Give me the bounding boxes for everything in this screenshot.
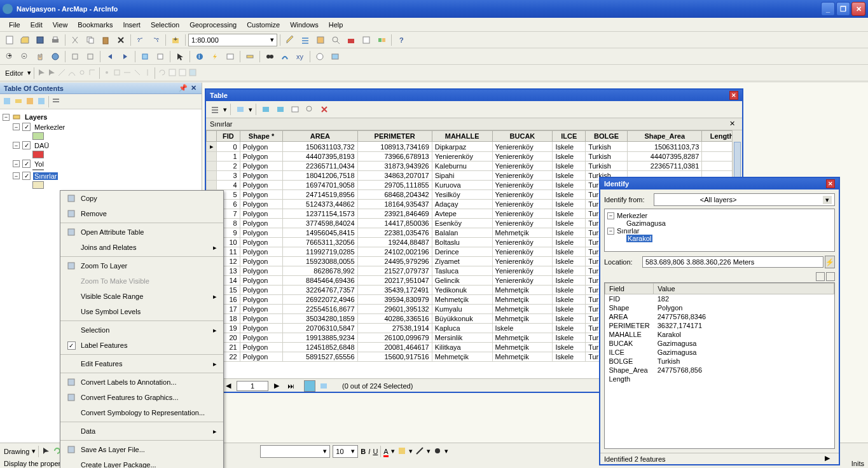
prev-record-button[interactable]: ◀ [223, 380, 234, 392]
zoom-selected-button[interactable] [303, 103, 316, 116]
scale-combo[interactable]: 1:80.000 ▾ [188, 34, 277, 46]
maximize-button[interactable]: ❐ [836, 2, 850, 16]
identify-from-combo[interactable]: <All layers> ▾ [654, 193, 835, 206]
location-flash-button[interactable]: ⚡ [825, 256, 835, 268]
redo-button[interactable] [149, 33, 163, 47]
toc-button[interactable] [298, 33, 312, 47]
list-by-visibility-button[interactable] [25, 97, 34, 107]
create-viewer-button[interactable] [328, 50, 342, 64]
hyperlink-button[interactable] [208, 50, 222, 64]
add-data-button[interactable]: + [169, 33, 183, 47]
expand-icon[interactable]: − [3, 114, 10, 121]
identify-button[interactable]: i [193, 50, 207, 64]
create-features-button[interactable] [188, 68, 197, 78]
find-button[interactable] [263, 50, 277, 64]
pan-button[interactable] [33, 50, 47, 64]
save-button[interactable] [33, 33, 47, 47]
catalog-button[interactable] [313, 33, 327, 47]
model-button[interactable] [375, 33, 389, 47]
switch-selection-button[interactable] [274, 103, 287, 116]
delete-selected-button[interactable] [318, 103, 331, 116]
context-menu-item[interactable]: Convert Symbology to Representation... [60, 405, 223, 420]
menu-insert[interactable]: Insert [118, 19, 146, 31]
full-extent-button[interactable] [48, 50, 62, 64]
copy-button[interactable] [83, 33, 97, 47]
expand-icon[interactable]: − [13, 142, 20, 149]
clear-selection-button[interactable] [289, 103, 301, 116]
context-menu-item[interactable]: Use Symbol Levels [60, 304, 223, 319]
size-combo[interactable]: 10 ▾ [333, 445, 358, 458]
goto-xy-button[interactable]: xy [293, 50, 307, 64]
straight-segment-button[interactable] [57, 68, 66, 78]
menu-customize[interactable]: Customize [242, 19, 285, 31]
close-icon[interactable]: ✕ [189, 84, 198, 93]
context-menu-item[interactable]: Zoom To Layer [60, 258, 223, 273]
list-by-drawing-button[interactable] [3, 97, 11, 107]
layer-merkezler[interactable]: Merkezler [33, 123, 66, 131]
last-record-button[interactable]: ⏭ [285, 380, 296, 392]
editor-toolbar-button[interactable] [283, 33, 297, 47]
measure-button[interactable] [243, 50, 257, 64]
font-combo[interactable]: ▾ [260, 445, 330, 458]
right-angle-button[interactable] [88, 68, 97, 78]
collapse-all-button[interactable] [826, 272, 835, 281]
checkbox[interactable]: ✓ [22, 141, 31, 149]
checkbox[interactable]: ✓ [22, 160, 31, 168]
sketch-props-button[interactable] [178, 68, 187, 78]
context-menu-item[interactable]: Convert Labels to Annotation... [60, 375, 223, 390]
line-color-button[interactable] [415, 446, 424, 457]
minimize-button[interactable]: _ [821, 2, 835, 16]
menu-geoprocessing[interactable]: Geoprocessing [184, 19, 242, 31]
time-slider-button[interactable] [313, 50, 327, 64]
layers-root[interactable]: Layers [24, 113, 48, 121]
marker-color-button[interactable] [433, 446, 442, 457]
attributes-button[interactable] [168, 68, 177, 78]
expand-icon[interactable]: − [13, 172, 20, 179]
context-menu-item[interactable]: Joins and Relates▸ [60, 240, 223, 255]
fill-color-button[interactable] [397, 446, 406, 457]
list-by-selection-button[interactable] [37, 97, 46, 107]
arctoolbox-button[interactable] [344, 33, 358, 47]
delete-button[interactable] [114, 33, 128, 47]
font-color-button[interactable]: A [383, 448, 388, 455]
close-button[interactable]: ✕ [851, 2, 865, 16]
paste-button[interactable] [99, 33, 113, 47]
show-selected-button[interactable] [318, 380, 329, 392]
bold-button[interactable]: B [361, 448, 366, 455]
next-record-button[interactable]: ▶ [271, 380, 282, 392]
close-button[interactable]: ✕ [729, 91, 738, 100]
select-features-button[interactable] [138, 50, 152, 64]
context-menu-item[interactable]: Data▸ [60, 423, 223, 439]
edit-tool-2-button[interactable] [47, 68, 56, 78]
select-elements-button[interactable] [41, 446, 50, 457]
html-popup-button[interactable] [223, 50, 237, 64]
reshape-button[interactable] [123, 68, 132, 78]
search-button[interactable] [329, 33, 343, 47]
cut-button[interactable] [68, 33, 82, 47]
layer-dau[interactable]: DAÜ [33, 142, 50, 149]
context-menu-item[interactable]: Open Attribute Table [60, 224, 223, 240]
pin-icon[interactable]: 📌 [179, 84, 188, 93]
expand-icon[interactable]: − [13, 123, 20, 130]
back-button[interactable] [103, 50, 117, 64]
menu-bookmarks[interactable]: Bookmarks [72, 19, 118, 31]
select-by-attr-button[interactable] [259, 103, 272, 116]
options-button[interactable] [52, 97, 60, 107]
context-menu-item[interactable]: Edit Features▸ [60, 356, 223, 371]
italic-button[interactable]: I [368, 448, 370, 455]
context-menu-item[interactable]: Remove [60, 206, 223, 221]
show-all-button[interactable] [304, 380, 315, 392]
help-button[interactable]: ? [394, 33, 408, 47]
select-element-button[interactable] [173, 50, 187, 64]
print-button[interactable] [48, 33, 62, 47]
context-menu-item[interactable]: Convert Features to Graphics... [60, 390, 223, 405]
expand-icon[interactable]: − [13, 160, 20, 167]
scrollbar-arrow[interactable]: ▶ [825, 454, 835, 464]
cut-poly-button[interactable] [133, 68, 142, 78]
drawing-label[interactable]: Drawing [4, 448, 29, 455]
context-menu-item[interactable]: Create Layer Package... [60, 457, 223, 468]
table-options-button[interactable] [209, 103, 221, 116]
menu-help[interactable]: Help [324, 19, 348, 31]
underline-button[interactable]: U [373, 448, 378, 455]
context-menu-item[interactable]: ✓Label Features [60, 338, 223, 353]
